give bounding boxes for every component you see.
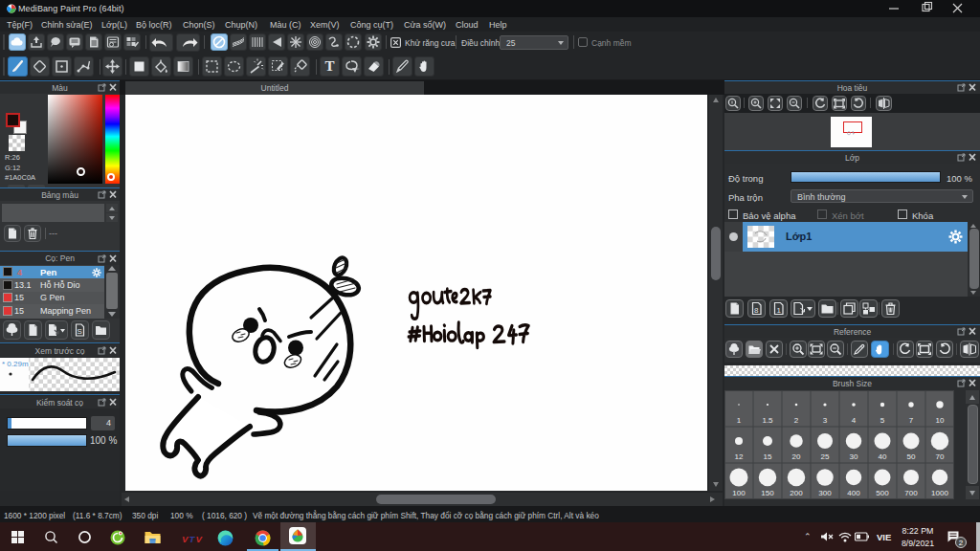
svg-text:V: V <box>196 534 203 543</box>
svg-text:1: 1 <box>777 306 782 315</box>
svg-text:70: 70 <box>936 452 945 461</box>
svg-text:3: 3 <box>823 416 828 425</box>
svg-text:1: 1 <box>737 416 742 425</box>
svg-text:5: 5 <box>880 416 885 425</box>
svg-text:10: 10 <box>936 416 945 425</box>
svg-text:1.5: 1.5 <box>762 416 773 425</box>
svg-text:S: S <box>78 327 82 336</box>
svg-text:150: 150 <box>761 489 774 497</box>
svg-text:8: 8 <box>754 306 759 315</box>
svg-text:* 0.29m: * 0.29m <box>2 360 29 368</box>
svg-text:T: T <box>189 534 196 543</box>
svg-text:30: 30 <box>850 452 858 461</box>
svg-text:25: 25 <box>821 452 830 461</box>
svg-text:40: 40 <box>879 452 887 461</box>
svg-text:500: 500 <box>876 489 889 497</box>
svg-text:V: V <box>182 534 189 543</box>
svg-text:300: 300 <box>818 489 832 497</box>
svg-text:2: 2 <box>794 416 799 425</box>
svg-text:200: 200 <box>790 489 803 497</box>
svg-text:7: 7 <box>909 416 914 425</box>
svg-text:20: 20 <box>792 452 801 461</box>
svg-text:4: 4 <box>852 416 857 425</box>
svg-text:700: 700 <box>904 489 918 497</box>
svg-text:50: 50 <box>907 452 916 461</box>
svg-text:400: 400 <box>847 489 860 497</box>
svg-text:12: 12 <box>735 452 744 461</box>
svg-text:1000: 1000 <box>931 489 948 497</box>
svg-text:100: 100 <box>732 489 746 497</box>
svg-text:15: 15 <box>764 452 772 461</box>
